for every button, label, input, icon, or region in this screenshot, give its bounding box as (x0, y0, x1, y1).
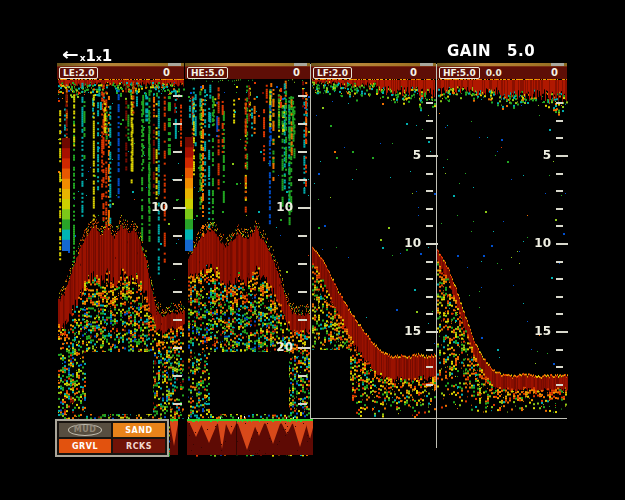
gain-value: 5.0 (507, 42, 535, 60)
panel-header-bar: LF:2.0 0 (311, 66, 436, 79)
panel-header-bar: HF:5.0 0.0 0 (437, 66, 567, 79)
freq-mode-button-lf20[interactable]: LF:2.0 (313, 67, 352, 79)
panel-header-bar: LE:2.0 0 (57, 66, 184, 79)
gain-readout[interactable]: GAIN5.0 (447, 42, 535, 60)
freq-mode-button-hf50[interactable]: HF:5.0 (439, 67, 480, 79)
bottom-type-grvl-button[interactable]: GRVL (59, 439, 111, 453)
mud-selected-ring: MUD (68, 424, 103, 436)
fishfinder-screen: ← x 1 x 1 GAIN5.0 LE:2.0 0 HE:5.0 0 LF:2… (0, 0, 625, 500)
aux-readout-hf50: 0.0 (486, 68, 502, 78)
depth-readout-he50: 0 (293, 67, 300, 78)
bottom-type-mud-button[interactable]: MUD (59, 423, 111, 437)
left-arrow-icon: ← (62, 46, 79, 63)
zoom-h-value: 1 (86, 49, 96, 64)
depth-readout-le20: 0 (163, 67, 170, 78)
panel-header-le20: LE:2.0 0 (57, 63, 184, 79)
panel-header-lf20: LF:2.0 0 (311, 63, 436, 79)
depth-readout-lf20: 0 (410, 67, 417, 78)
zoom-ratio-indicator[interactable]: ← x 1 x 1 (62, 44, 112, 64)
bottom-type-sand-button[interactable]: SAND (113, 423, 165, 437)
panel-header-bar: HE:5.0 0 (185, 66, 310, 79)
depth-readout-hf50: 0 (551, 67, 558, 78)
mud-label: MUD (74, 425, 97, 434)
panel-header-he50: HE:5.0 0 (185, 63, 310, 79)
zoom-v-value: 1 (102, 49, 112, 64)
panel-header-hf50: HF:5.0 0.0 0 (437, 63, 567, 79)
freq-mode-button-le20[interactable]: LE:2.0 (59, 67, 98, 79)
freq-mode-button-he50[interactable]: HE:5.0 (187, 67, 228, 79)
bottom-type-rcks-button[interactable]: RCKS (113, 439, 165, 453)
bottom-type-panel: MUD SAND GRVL RCKS (55, 419, 169, 457)
gain-label: GAIN (447, 42, 491, 60)
